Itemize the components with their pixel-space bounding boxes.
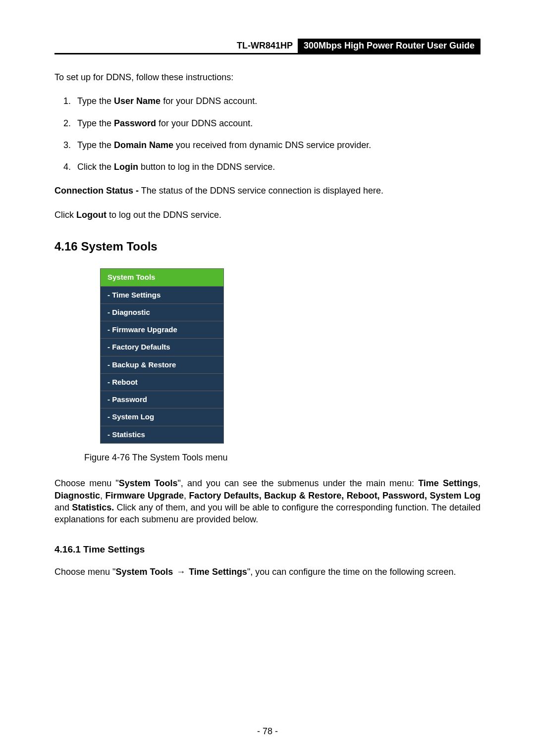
step-text: you received from dynamic DNS service pr… — [173, 140, 371, 150]
step-bold: User Name — [114, 96, 160, 106]
figure-caption: Figure 4-76 The System Tools menu — [84, 452, 481, 463]
menu-item-factory-defaults: - Factory Defaults — [101, 339, 223, 356]
ddns-step-3: Type the Domain Name you received from d… — [73, 139, 481, 151]
logout-post: to log out the DDNS service. — [107, 210, 221, 220]
step-text: Click the — [77, 162, 114, 172]
step-bold: Domain Name — [114, 140, 173, 150]
step-bold: Login — [114, 162, 138, 172]
ddns-step-4: Click the Login button to log in the DDN… — [73, 161, 481, 173]
page-number: - 78 - — [54, 726, 481, 737]
logout-line: Click Logout to log out the DDNS service… — [54, 209, 481, 221]
menu-item-password: - Password — [101, 391, 223, 408]
menu-header: System Tools — [101, 269, 223, 286]
step-text: Type the — [77, 140, 114, 150]
ddns-step-2: Type the Password for your DDNS account. — [73, 117, 481, 129]
system-tools-menu: System Tools - Time Settings - Diagnosti… — [100, 268, 224, 444]
system-tools-description: Choose menu "System Tools", and you can … — [54, 477, 481, 525]
menu-item-time-settings: - Time Settings — [101, 287, 223, 304]
doc-header: TL-WR841HP 300Mbps High Power Router Use… — [54, 39, 481, 54]
step-text: Type the — [77, 118, 114, 128]
menu-item-backup-restore: - Backup & Restore — [101, 356, 223, 374]
step-bold: Password — [114, 118, 156, 128]
connection-status-line: Connection Status - The status of the DD… — [54, 185, 481, 197]
menu-item-reboot: - Reboot — [101, 374, 223, 391]
step-text: for your DDNS account. — [156, 118, 253, 128]
menu-item-firmware-upgrade: - Firmware Upgrade — [101, 321, 223, 339]
step-text: for your DDNS account. — [160, 96, 257, 106]
section-heading-system-tools: 4.16 System Tools — [54, 239, 481, 254]
menu-item-diagnostic: - Diagnostic — [101, 304, 223, 321]
menu-item-statistics: - Statistics — [101, 426, 223, 443]
conn-status-text: The status of the DDNS service connectio… — [139, 186, 383, 196]
conn-status-label: Connection Status - — [54, 186, 139, 196]
ddns-step-1: Type the User Name for your DDNS account… — [73, 95, 481, 107]
logout-pre: Click — [54, 210, 76, 220]
logout-bold: Logout — [76, 210, 107, 220]
ddns-steps-list: Type the User Name for your DDNS account… — [54, 95, 481, 173]
doc-model: TL-WR841HP — [54, 39, 298, 53]
system-tools-menu-figure: System Tools - Time Settings - Diagnosti… — [100, 268, 481, 444]
step-text: button to log in the DDNS service. — [138, 162, 275, 172]
arrow-icon: → — [173, 567, 189, 577]
doc-title: 300Mbps High Power Router User Guide — [298, 39, 481, 53]
menu-item-system-log: - System Log — [101, 408, 223, 426]
subsection-heading-time-settings: 4.16.1 Time Settings — [54, 543, 481, 556]
time-settings-description: Choose menu "System Tools → Time Setting… — [54, 566, 481, 578]
step-text: Type the — [77, 96, 114, 106]
ddns-intro: To set up for DDNS, follow these instruc… — [54, 71, 481, 83]
